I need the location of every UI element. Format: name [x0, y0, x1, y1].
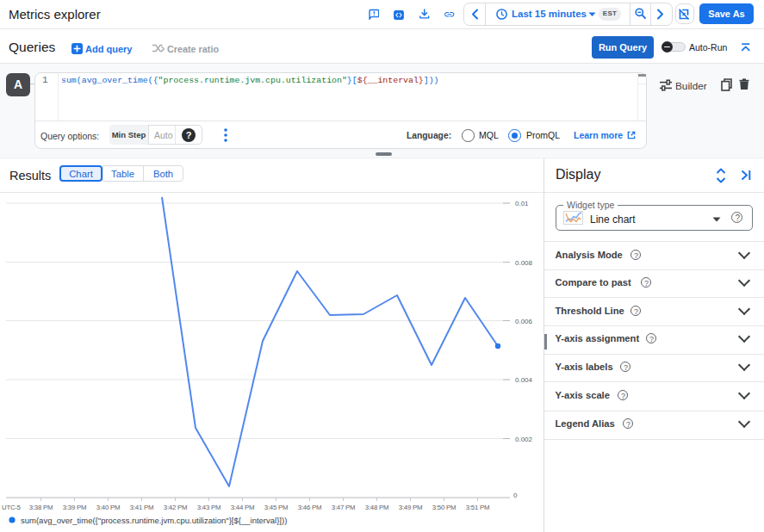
svg-text:0.01: 0.01: [515, 200, 529, 207]
svg-text:3:42 PM: 3:42 PM: [164, 504, 187, 511]
svg-text:3:41 PM: 3:41 PM: [130, 504, 153, 511]
svg-text:3:39 PM: 3:39 PM: [63, 504, 86, 511]
svg-text:3:44 PM: 3:44 PM: [231, 504, 254, 511]
svg-text:3:48 PM: 3:48 PM: [365, 504, 388, 511]
svg-text:0.002: 0.002: [515, 436, 533, 443]
svg-text:3:46 PM: 3:46 PM: [298, 504, 321, 511]
svg-text:0.006: 0.006: [515, 318, 533, 325]
svg-text:3:47 PM: 3:47 PM: [332, 504, 355, 511]
svg-text:0.008: 0.008: [515, 259, 533, 267]
svg-text:3:38 PM: 3:38 PM: [29, 504, 53, 511]
svg-text:3:50 PM: 3:50 PM: [432, 504, 456, 511]
svg-text:sum(avg_over_time({"process.ru: sum(avg_over_time({"process.runtime.jvm.…: [21, 516, 287, 525]
svg-text:0.004: 0.004: [515, 376, 533, 384]
svg-text:3:51 PM: 3:51 PM: [466, 504, 489, 511]
svg-text:0: 0: [513, 492, 518, 499]
svg-text:3:43 PM: 3:43 PM: [197, 504, 221, 511]
svg-text:3:49 PM: 3:49 PM: [399, 504, 422, 511]
svg-text:UTC-5: UTC-5: [2, 504, 22, 511]
svg-text:3:45 PM: 3:45 PM: [264, 504, 288, 511]
svg-text:3:40 PM: 3:40 PM: [96, 504, 120, 511]
